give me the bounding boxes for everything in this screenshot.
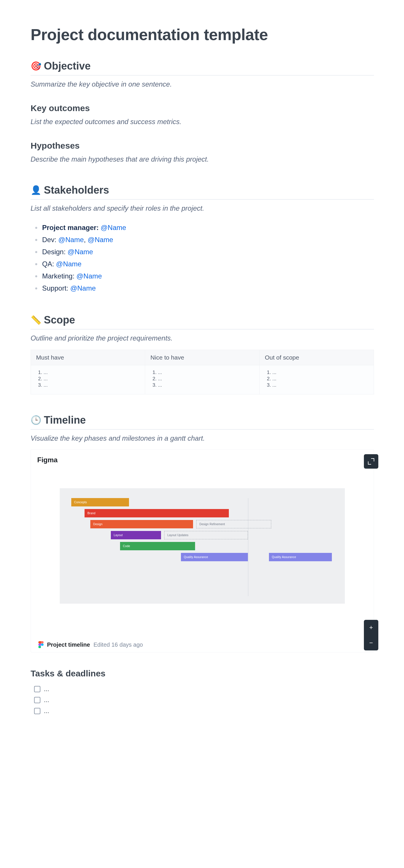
stakeholder-item-support: Support: @Name <box>34 282 374 294</box>
stakeholder-item-pm: Project manager: @Name <box>34 222 374 234</box>
scope-cell-nice[interactable]: ... ... ... <box>145 365 259 395</box>
stakeholders-heading-text: Stakeholders <box>44 184 109 196</box>
tasks-list: ... ... ... <box>34 684 374 716</box>
list-item: ... <box>158 382 254 389</box>
gantt-canvas[interactable]: Concepts Brand Design Design Refinement … <box>60 488 345 604</box>
key-outcomes-heading: Key outcomes <box>31 103 374 113</box>
task-label: ... <box>44 707 49 715</box>
zoom-out-button[interactable]: − <box>364 635 378 650</box>
key-outcomes-hint: List the expected outcomes and success m… <box>31 117 374 127</box>
scope-cell-must[interactable]: ... ... ... <box>31 365 145 395</box>
section-stakeholders: 👤 Stakeholders List all stakeholders and… <box>31 184 374 294</box>
gantt-bar-layout: Layout <box>111 531 161 539</box>
task-item[interactable]: ... <box>34 694 374 706</box>
objective-heading-text: Objective <box>44 60 91 72</box>
mention-link[interactable]: @Name <box>88 236 113 244</box>
figma-meta: Project timeline Edited 16 days ago <box>36 636 369 648</box>
timeline-heading: 🕒 Timeline <box>31 414 374 430</box>
checkbox[interactable] <box>34 708 40 714</box>
gantt-bar-design: Design <box>90 520 193 528</box>
list-item: ... <box>158 376 254 382</box>
figma-provider: Figma <box>36 455 369 471</box>
comma: , <box>84 236 87 244</box>
section-objective: 🎯 Objective Summarize the key objective … <box>31 60 374 164</box>
gantt-bar-qa2: Quality Assurance <box>269 553 332 561</box>
list-item: ... <box>43 369 140 376</box>
task-label: ... <box>44 696 49 704</box>
task-label: ... <box>44 685 49 693</box>
list-item: ... <box>43 382 140 389</box>
scope-col-must: Must have <box>31 350 145 365</box>
checkbox[interactable] <box>34 697 40 703</box>
list-item: ... <box>158 369 254 376</box>
stakeholder-item-dev: Dev: @Name, @Name <box>34 234 374 246</box>
gantt-bar-qa1: Quality Assurance <box>181 553 248 561</box>
list-item: ... <box>272 376 369 382</box>
mention-link[interactable]: @Name <box>101 224 126 231</box>
section-timeline: 🕒 Timeline Visualize the key phases and … <box>31 414 374 716</box>
design-label: Design: <box>42 248 65 256</box>
figma-embed[interactable]: Figma Concepts Brand Design Design Refin… <box>31 449 374 652</box>
expand-button[interactable] <box>364 454 378 469</box>
gantt-bar-concepts: Concepts <box>71 498 129 506</box>
stakeholders-list: Project manager: @Name Dev: @Name, @Name… <box>34 222 374 294</box>
mention-link[interactable]: @Name <box>56 260 82 268</box>
stakeholder-item-marketing: Marketing: @Name <box>34 270 374 282</box>
section-scope: 📏 Scope Outline and prioritize the proje… <box>31 314 374 395</box>
list-item: ... <box>272 382 369 389</box>
list-item: ... <box>43 376 140 382</box>
person-icon: 👤 <box>31 186 40 194</box>
mention-link[interactable]: @Name <box>67 248 93 256</box>
qa-label: QA: <box>42 260 54 268</box>
zoom-controls: + − <box>364 620 378 650</box>
page-title: Project documentation template <box>31 25 374 44</box>
scope-heading-text: Scope <box>44 314 75 326</box>
scope-col-nice: Nice to have <box>145 350 259 365</box>
gantt-bar-code: Code <box>120 542 195 550</box>
stakeholders-hint: List all stakeholders and specify their … <box>31 203 374 214</box>
checkbox[interactable] <box>34 686 40 692</box>
support-label: Support: <box>42 284 68 292</box>
marketing-label: Marketing: <box>42 272 74 280</box>
tasks-heading: Tasks & deadlines <box>31 669 374 678</box>
gantt-bar-refinement: Design Refinement <box>196 520 271 528</box>
mention-link[interactable]: @Name <box>76 272 102 280</box>
gantt-bar-brand: Brand <box>85 509 229 517</box>
stakeholder-item-design: Design: @Name <box>34 246 374 258</box>
hypotheses-hint: Describe the main hypotheses that are dr… <box>31 154 374 164</box>
mention-link[interactable]: @Name <box>58 236 84 244</box>
mention-link[interactable]: @Name <box>70 284 95 292</box>
hypotheses-heading: Hypotheses <box>31 141 374 151</box>
stakeholder-item-qa: QA: @Name <box>34 258 374 270</box>
figma-edited-label: Edited 16 days ago <box>93 642 143 648</box>
zoom-in-button[interactable]: + <box>364 620 378 635</box>
ruler-icon: 📏 <box>31 316 40 324</box>
timeline-heading-text: Timeline <box>44 414 86 426</box>
pm-label: Project manager: <box>42 224 99 231</box>
scope-col-out: Out of scope <box>259 350 374 365</box>
task-item[interactable]: ... <box>34 684 374 694</box>
timeline-hint: Visualize the key phases and milestones … <box>31 433 374 443</box>
figma-logo-icon <box>38 641 43 648</box>
list-item: ... <box>272 369 369 376</box>
scope-heading: 📏 Scope <box>31 314 374 330</box>
scope-table: Must have Nice to have Out of scope ... … <box>31 350 374 395</box>
gantt-bar-layout-updates: Layout Updates <box>164 531 248 539</box>
objective-hint: Summarize the key objective in one sente… <box>31 79 374 89</box>
objective-heading: 🎯 Objective <box>31 60 374 75</box>
scope-hint: Outline and prioritize the project requi… <box>31 333 374 343</box>
scope-cell-out[interactable]: ... ... ... <box>259 365 374 395</box>
stakeholders-heading: 👤 Stakeholders <box>31 184 374 200</box>
target-icon: 🎯 <box>31 62 40 70</box>
clock-icon: 🕒 <box>31 416 40 425</box>
gantt-divider <box>248 498 248 596</box>
figma-file-title: Project timeline <box>47 642 90 648</box>
dev-label: Dev: <box>42 236 56 244</box>
expand-icon <box>369 459 374 464</box>
task-item[interactable]: ... <box>34 706 374 716</box>
